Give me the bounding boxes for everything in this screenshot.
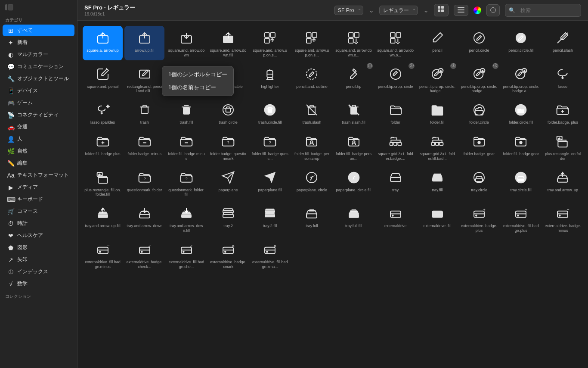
icon-cell-externaldrive.fill.badge.plus[interactable]: +externaldrive. fill.badge.plus bbox=[501, 201, 541, 236]
icon-cell-tray.and.arrow.up.fill[interactable]: tray.and.arrow. up.fill bbox=[83, 201, 123, 236]
sidebar-item-multicolor[interactable]: ◐マルチカラー bbox=[3, 49, 74, 60]
icon-cell-folder.fill[interactable]: folder.fill bbox=[417, 98, 457, 128]
sidebar-item-clock[interactable]: ⏱時計 bbox=[3, 218, 74, 229]
icon-cell-folder.badge.gear[interactable]: folder.badge. gear bbox=[459, 129, 499, 164]
sidebar-item-communication[interactable]: 💬コミュニケーション bbox=[3, 61, 74, 72]
icon-cell-square.grid.3x1.folder.badge[interactable]: square.grid.3x1. folder.badge.... bbox=[375, 129, 415, 164]
icon-cell-square.and.arrow.up.on.square[interactable]: square.and. arrow.up.on.s... bbox=[250, 26, 290, 60]
icon-cell-pencil.circle[interactable]: pencil.circle bbox=[459, 26, 499, 60]
icon-cell-square.and.arrow.up2[interactable]: arrow.up.fill bbox=[124, 26, 164, 60]
icon-cell-pencil.tip.crop.circle.badge.minus[interactable]: +pencil.tip.crop. circle.badge....ⓘ bbox=[459, 62, 499, 97]
icon-cell-square.and.arrow.down.fill[interactable]: square.and. arrow.down.fill bbox=[208, 26, 248, 60]
list-view-button[interactable] bbox=[454, 5, 468, 16]
icon-cell-tray.full.fill[interactable]: tray.full.fill bbox=[334, 201, 374, 236]
icon-cell-folder[interactable]: folder bbox=[375, 98, 415, 128]
icon-cell-lasso.sparkles[interactable]: ✦lasso.sparkles bbox=[83, 98, 123, 128]
sidebar-item-media[interactable]: ▶メディア bbox=[3, 181, 74, 193]
search-input[interactable] bbox=[517, 6, 577, 15]
icon-cell-folder.badge.minus[interactable]: folder.badge. minus bbox=[124, 129, 164, 164]
icon-cell-tray.2[interactable]: tray.2 bbox=[208, 201, 248, 236]
sidebar-item-all[interactable]: ⊞すべて bbox=[3, 25, 74, 36]
sidebar-item-connectivity[interactable]: 📡コネクティビティ bbox=[3, 109, 74, 121]
icon-cell-tray.circle[interactable]: tray.circle bbox=[459, 165, 499, 200]
info-button[interactable]: ⓘ bbox=[486, 4, 500, 16]
icon-cell-questionmark.folder.fill[interactable]: ?questionmark. folder.fill bbox=[166, 165, 206, 200]
sidebar-item-arrows[interactable]: ↗矢印 bbox=[3, 254, 74, 265]
sidebar-item-edit[interactable]: ✏️編集 bbox=[3, 157, 74, 169]
icon-cell-trash.circle.fill[interactable]: trash.circle.fill bbox=[250, 98, 290, 128]
icon-cell-externaldrive.fill.badge.checkmark[interactable]: ✓externaldrive. fill.badge.che... bbox=[166, 237, 206, 272]
icon-cell-pencil.tip.crop.circle.badge.a[interactable]: +pencil.tip.crop. circle.badge.a... bbox=[501, 62, 541, 97]
icon-cell-tray[interactable]: tray bbox=[375, 165, 415, 200]
font-selector[interactable]: SF Pro bbox=[334, 6, 363, 15]
icon-cell-externaldrive.fill[interactable]: externaldrive. fill bbox=[417, 201, 457, 236]
sidebar-item-shapes[interactable]: ⬟図形 bbox=[3, 242, 74, 253]
sidebar-item-people[interactable]: 👤人 bbox=[3, 133, 74, 145]
color-picker[interactable] bbox=[473, 6, 481, 14]
icon-cell-trash.fill[interactable]: trash.fill bbox=[166, 98, 206, 128]
icon-cell-tray.2.fill[interactable]: tray.2.fill bbox=[250, 201, 290, 236]
sidebar-item-textformat[interactable]: Aaテキストフォーマット bbox=[3, 169, 74, 181]
icon-cell-plus.rectangle.fill.on.folder.fill[interactable]: plus.rectangle. fill.on.folder.fill bbox=[83, 165, 123, 200]
icon-cell-folder.fill.badge.person.crop[interactable]: folder.fill. badge.person... bbox=[334, 129, 374, 164]
icon-cell-pencil.circle.fill[interactable]: pencil.circle.fill bbox=[501, 26, 541, 60]
sidebar-item-keyboard[interactable]: ⌨キーボード bbox=[3, 193, 74, 205]
icon-cell-square.and.arrow.up.on.square.fill[interactable]: square.and. arrow.up.on.s... bbox=[292, 26, 332, 60]
sidebar-item-math[interactable]: √数学 bbox=[3, 278, 74, 290]
icon-cell-pencil.tip.crop.circle[interactable]: pencil.tip.crop. circleⓘ bbox=[375, 62, 415, 97]
icon-cell-trash.circle[interactable]: trash.circle bbox=[208, 98, 248, 128]
grid-view-button[interactable] bbox=[434, 4, 449, 16]
icon-cell-paperplane.circle[interactable]: paperplane. circle bbox=[292, 165, 332, 200]
icon-cell-folder.fill.badge.questionmark[interactable]: ?folder.fill. badge.questi... bbox=[250, 129, 290, 164]
icon-cell-pencil.tip.crop.circle.badge.arrow[interactable]: +pencil.tip.crop. circle.badge....ⓘ bbox=[417, 62, 457, 97]
icon-cell-externaldrive.badge.xmark[interactable]: ✕externaldrive. badge.xmark bbox=[208, 237, 248, 272]
icon-cell-folder.fill.badge.gear[interactable]: folder.fill. badge.gear bbox=[501, 129, 541, 164]
icon-cell-rectangle.and.pencil.and.ellipsis[interactable]: rectangle.and. pencil.and.elli... bbox=[124, 62, 164, 97]
icon-cell-folder.fill.badge.minus[interactable]: folder.fill. badge.minus bbox=[166, 129, 206, 164]
icon-cell-externaldrive.fill.badge.minus[interactable]: −externaldrive. fill.badge.minus bbox=[83, 237, 123, 272]
icon-cell-folder.circle.fill[interactable]: folder.circle.fill bbox=[501, 98, 541, 128]
sidebar-item-objecttools[interactable]: 🔧オブジェクトとツール bbox=[3, 73, 74, 84]
icon-cell-lasso[interactable]: lasso bbox=[543, 62, 583, 97]
icon-cell-square.and.pencil[interactable]: square.and. pencil bbox=[83, 62, 123, 97]
icon-cell-tray.full[interactable]: tray.full bbox=[292, 201, 332, 236]
sidebar-toggle[interactable] bbox=[0, 0, 77, 15]
icon-cell-trash.slash[interactable]: trash.slash bbox=[292, 98, 332, 128]
icon-cell-folder.fill.badge.plus[interactable]: folder.fill. badge.plus bbox=[83, 129, 123, 164]
icon-cell-square.grid.3x1.folder.fill.bad[interactable]: square.grid.3x1. folder.fill.bad... bbox=[417, 129, 457, 164]
icon-cell-externaldrive.fill.badge.xmark[interactable]: ✕externaldrive. fill.badge.xma... bbox=[250, 237, 290, 272]
icon-cell-externaldrive.badge.checkmark[interactable]: ✓externaldrive. badge.check... bbox=[124, 237, 164, 272]
icon-cell-square.and.arrow.up[interactable]: square.a. arrow.up bbox=[83, 26, 123, 60]
context-menu-item[interactable]: 1個のシンボルをコピー bbox=[162, 68, 233, 81]
icon-cell-folder.badge.questionmark[interactable]: ?folder.badge. questionmark bbox=[208, 129, 248, 164]
sidebar-item-new[interactable]: ✦新着 bbox=[3, 37, 74, 48]
icon-cell-paperplane[interactable]: paperplane bbox=[208, 165, 248, 200]
sidebar-item-devices[interactable]: 📱デバイス bbox=[3, 85, 74, 97]
icon-cell-square.and.arrow.down.on.square.fill[interactable]: square.and. arrow.down.o... bbox=[375, 26, 415, 60]
icon-cell-plus.rectangle.on.folder[interactable]: plus.rectangle. on.folder bbox=[543, 129, 583, 164]
icon-cell-tray.fill[interactable]: tray.fill bbox=[417, 165, 457, 200]
icon-cell-pencil.and.outline[interactable]: pencil.and. outline bbox=[292, 62, 332, 97]
icon-cell-pencil.slash[interactable]: pencil.slash bbox=[543, 26, 583, 60]
icon-cell-square.and.arrow.down.on.square[interactable]: square.and. arrow.down.o... bbox=[334, 26, 374, 60]
icon-cell-trash.slash.fill[interactable]: trash.slash.fill bbox=[334, 98, 374, 128]
icon-cell-paperplane.circle.fill[interactable]: paperplane. circle.fill bbox=[334, 165, 374, 200]
icon-cell-tray.circle.fill[interactable]: tray.circle.fill bbox=[501, 165, 541, 200]
sidebar-item-transport[interactable]: 🚗交通 bbox=[3, 121, 74, 133]
icon-cell-folder.badge.plus[interactable]: folder.badge. plus bbox=[543, 98, 583, 128]
icon-cell-questionmark.folder[interactable]: ?questionmark. folder bbox=[124, 165, 164, 200]
icon-cell-tray.and.arrow.up[interactable]: tray.and.arrow. up bbox=[543, 165, 583, 200]
icon-cell-folder.badge.person.crop[interactable]: folder.fill. badge. person.crop bbox=[292, 129, 332, 164]
sidebar-item-commerce[interactable]: 🛒コマース bbox=[3, 206, 74, 217]
sidebar-item-indices[interactable]: ①インデックス bbox=[3, 266, 74, 278]
icon-cell-externaldrive.badge.minus[interactable]: −externaldrive. badge.minus bbox=[543, 201, 583, 236]
icon-cell-pencil[interactable]: pencil bbox=[417, 26, 457, 60]
icon-cell-trash[interactable]: trash bbox=[124, 98, 164, 128]
icon-cell-highlighter[interactable]: highlighter bbox=[250, 62, 290, 97]
icon-cell-paperplane.fill[interactable]: paperplane.fill bbox=[250, 165, 290, 200]
sidebar-item-health[interactable]: ❤ヘルスケア bbox=[3, 230, 74, 241]
weight-selector[interactable]: レギュラー bbox=[379, 6, 418, 15]
icon-cell-externaldrive[interactable]: externaldrive bbox=[375, 201, 415, 236]
icon-cell-square.and.arrow.down[interactable]: square.and. arrow.down bbox=[166, 26, 206, 60]
sidebar-item-games[interactable]: 🎮ゲーム bbox=[3, 97, 74, 109]
